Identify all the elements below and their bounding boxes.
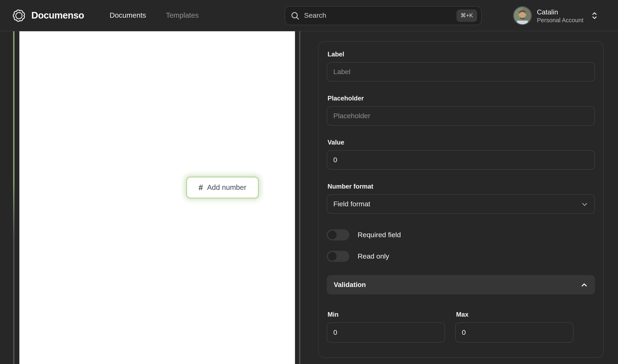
toggle-thumb — [328, 252, 336, 261]
account-type: Personal Account — [537, 16, 583, 24]
account-text: Catalin Personal Account — [537, 7, 583, 24]
field-settings-panel: Label Placeholder Value Number format Fi… — [318, 41, 604, 358]
min-field-group: Min — [327, 311, 445, 343]
brand-link[interactable]: Documenso — [12, 9, 84, 22]
max-field-heading: Max — [456, 311, 574, 318]
placeholder-input[interactable] — [327, 106, 595, 126]
search-icon — [291, 11, 299, 20]
nav-item-documents[interactable]: Documents — [110, 11, 146, 20]
primary-nav: Documents Templates — [110, 11, 199, 20]
min-input[interactable] — [327, 322, 445, 343]
number-format-select[interactable]: Field format — [327, 194, 595, 214]
toggle-thumb — [328, 231, 336, 239]
read-only-label: Read only — [358, 252, 389, 260]
search-shortcut-hint: ⌘+K — [456, 10, 477, 22]
search-bar[interactable]: ⌘+K — [285, 6, 482, 25]
documenso-logo-icon — [12, 9, 26, 22]
brand-name: Documenso — [31, 10, 84, 21]
min-field-heading: Min — [328, 311, 445, 318]
required-field-toggle[interactable] — [327, 229, 349, 240]
document-edge-gradient-left — [13, 31, 14, 364]
document-page: # Add number — [19, 31, 295, 364]
value-field-heading: Value — [328, 139, 595, 146]
add-number-field-button[interactable]: # Add number — [186, 177, 259, 198]
hash-icon: # — [199, 183, 203, 192]
placeholder-field-heading: Placeholder — [328, 95, 595, 102]
chevron-up-icon — [580, 281, 588, 288]
validation-section-header[interactable]: Validation — [327, 275, 595, 294]
value-field-group: Value — [327, 139, 595, 170]
number-format-heading: Number format — [328, 183, 595, 190]
required-field-row: Required field — [327, 229, 595, 240]
account-selector-icon — [591, 11, 598, 21]
nav-item-templates[interactable]: Templates — [166, 11, 199, 20]
number-format-selected-value: Field format — [333, 200, 370, 208]
search-input[interactable] — [304, 12, 452, 20]
account-name: Catalin — [537, 7, 583, 16]
avatar — [513, 6, 532, 25]
top-nav: Documenso Documents Templates ⌘+K — [0, 0, 618, 31]
document-edge-right — [299, 31, 300, 364]
add-number-label: Add number — [207, 183, 246, 192]
value-input[interactable] — [327, 150, 595, 170]
placeholder-field-group: Placeholder — [327, 95, 595, 126]
max-input[interactable] — [455, 322, 574, 343]
account-menu-button[interactable]: Catalin Personal Account — [513, 6, 598, 25]
label-input[interactable] — [327, 62, 595, 81]
max-field-group: Max — [455, 311, 574, 343]
label-field-heading: Label — [328, 51, 595, 58]
number-format-group: Number format Field format — [327, 183, 595, 214]
read-only-toggle[interactable] — [327, 251, 349, 262]
app-root: Documenso Documents Templates ⌘+K — [0, 0, 618, 364]
read-only-row: Read only — [327, 251, 595, 262]
required-field-label: Required field — [358, 231, 401, 239]
validation-title: Validation — [334, 281, 366, 289]
chevron-down-icon — [581, 200, 588, 208]
validation-minmax-row: Min Max — [327, 311, 595, 343]
label-field-group: Label — [327, 51, 595, 81]
